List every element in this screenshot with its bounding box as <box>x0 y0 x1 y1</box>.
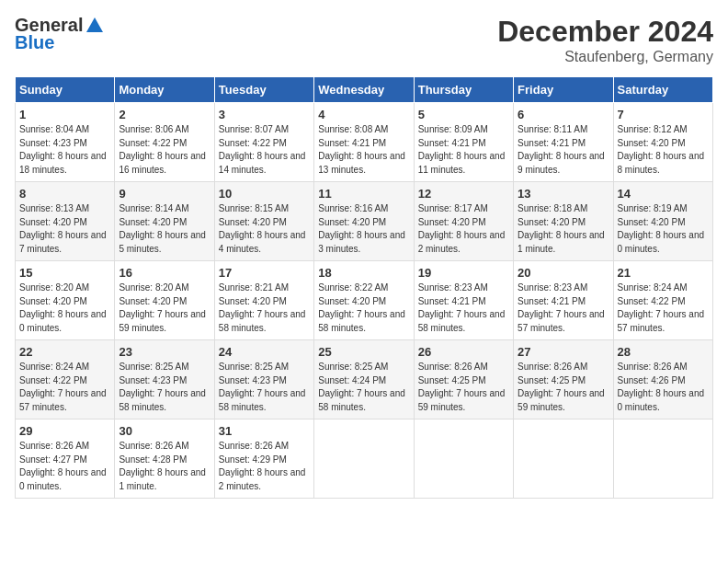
weekday-header: Wednesday <box>314 77 414 103</box>
day-info: Sunrise: 8:07 AMSunset: 4:22 PMDaylight:… <box>219 123 310 177</box>
calendar-cell: 15Sunrise: 8:20 AMSunset: 4:20 PMDayligh… <box>16 261 115 340</box>
calendar-cell: 10Sunrise: 8:15 AMSunset: 4:20 PMDayligh… <box>214 182 313 261</box>
day-number: 30 <box>119 424 210 438</box>
day-number: 20 <box>518 266 609 280</box>
day-number: 17 <box>219 266 310 280</box>
day-info: Sunrise: 8:25 AMSunset: 4:23 PMDaylight:… <box>119 361 210 414</box>
day-number: 7 <box>618 108 709 121</box>
calendar-cell: 27Sunrise: 8:26 AMSunset: 4:25 PMDayligh… <box>514 340 613 419</box>
calendar-cell: 14Sunrise: 8:19 AMSunset: 4:20 PMDayligh… <box>613 182 712 261</box>
day-info: Sunrise: 8:15 AMSunset: 4:20 PMDaylight:… <box>219 202 310 256</box>
day-info: Sunrise: 8:20 AMSunset: 4:20 PMDaylight:… <box>19 282 110 335</box>
calendar-cell: 25Sunrise: 8:25 AMSunset: 4:24 PMDayligh… <box>314 340 414 419</box>
day-number: 19 <box>418 266 509 280</box>
day-info: Sunrise: 8:26 AMSunset: 4:27 PMDaylight:… <box>19 440 110 493</box>
calendar-cell: 24Sunrise: 8:25 AMSunset: 4:23 PMDayligh… <box>214 340 313 419</box>
day-info: Sunrise: 8:21 AMSunset: 4:20 PMDaylight:… <box>219 282 310 335</box>
weekday-header: Thursday <box>414 77 513 103</box>
calendar-week-row: 1Sunrise: 8:04 AMSunset: 4:23 PMDaylight… <box>16 103 713 182</box>
calendar-cell: 18Sunrise: 8:22 AMSunset: 4:20 PMDayligh… <box>314 261 414 340</box>
logo-blue: Blue <box>15 32 54 53</box>
weekday-header: Tuesday <box>214 77 313 103</box>
weekday-header: Saturday <box>613 77 712 103</box>
day-info: Sunrise: 8:04 AMSunset: 4:23 PMDaylight:… <box>19 123 110 177</box>
calendar-cell: 12Sunrise: 8:17 AMSunset: 4:20 PMDayligh… <box>414 182 513 261</box>
calendar-cell: 28Sunrise: 8:26 AMSunset: 4:26 PMDayligh… <box>613 340 712 419</box>
day-info: Sunrise: 8:23 AMSunset: 4:21 PMDaylight:… <box>418 282 509 335</box>
day-info: Sunrise: 8:26 AMSunset: 4:25 PMDaylight:… <box>418 361 509 414</box>
day-info: Sunrise: 8:12 AMSunset: 4:20 PMDaylight:… <box>618 123 709 177</box>
calendar-cell: 1Sunrise: 8:04 AMSunset: 4:23 PMDaylight… <box>16 103 115 182</box>
day-number: 31 <box>219 424 310 438</box>
calendar-cell <box>414 419 513 499</box>
day-number: 21 <box>618 266 709 280</box>
day-number: 3 <box>219 108 310 121</box>
weekday-header: Monday <box>115 77 214 103</box>
calendar-cell: 19Sunrise: 8:23 AMSunset: 4:21 PMDayligh… <box>414 261 513 340</box>
day-number: 10 <box>219 187 310 201</box>
calendar-cell: 26Sunrise: 8:26 AMSunset: 4:25 PMDayligh… <box>414 340 513 419</box>
day-info: Sunrise: 8:13 AMSunset: 4:20 PMDaylight:… <box>19 202 110 256</box>
day-info: Sunrise: 8:20 AMSunset: 4:20 PMDaylight:… <box>119 282 210 335</box>
logo-icon <box>85 16 105 36</box>
day-number: 9 <box>119 187 210 201</box>
day-number: 4 <box>318 108 409 121</box>
title-block: December 2024 Staufenberg, Germany <box>497 15 713 65</box>
day-info: Sunrise: 8:11 AMSunset: 4:21 PMDaylight:… <box>518 123 609 177</box>
day-number: 26 <box>418 345 509 359</box>
day-info: Sunrise: 8:26 AMSunset: 4:29 PMDaylight:… <box>219 440 310 493</box>
day-info: Sunrise: 8:19 AMSunset: 4:20 PMDaylight:… <box>618 202 709 256</box>
day-number: 23 <box>119 345 210 359</box>
calendar-cell: 17Sunrise: 8:21 AMSunset: 4:20 PMDayligh… <box>214 261 313 340</box>
calendar-cell: 6Sunrise: 8:11 AMSunset: 4:21 PMDaylight… <box>514 103 613 182</box>
calendar-cell: 21Sunrise: 8:24 AMSunset: 4:22 PMDayligh… <box>613 261 712 340</box>
day-info: Sunrise: 8:23 AMSunset: 4:21 PMDaylight:… <box>518 282 609 335</box>
day-number: 1 <box>19 108 110 121</box>
calendar-cell: 4Sunrise: 8:08 AMSunset: 4:21 PMDaylight… <box>314 103 414 182</box>
day-number: 27 <box>518 345 609 359</box>
day-number: 25 <box>318 345 409 359</box>
calendar-cell: 20Sunrise: 8:23 AMSunset: 4:21 PMDayligh… <box>514 261 613 340</box>
calendar-cell: 5Sunrise: 8:09 AMSunset: 4:21 PMDaylight… <box>414 103 513 182</box>
weekday-header: Friday <box>514 77 613 103</box>
calendar-week-row: 29Sunrise: 8:26 AMSunset: 4:27 PMDayligh… <box>16 419 713 499</box>
calendar-table: SundayMondayTuesdayWednesdayThursdayFrid… <box>15 76 713 499</box>
location-title: Staufenberg, Germany <box>497 49 713 65</box>
day-number: 16 <box>119 266 210 280</box>
day-number: 28 <box>618 345 709 359</box>
calendar-cell: 30Sunrise: 8:26 AMSunset: 4:28 PMDayligh… <box>115 419 214 499</box>
day-info: Sunrise: 8:14 AMSunset: 4:20 PMDaylight:… <box>119 202 210 256</box>
calendar-cell: 9Sunrise: 8:14 AMSunset: 4:20 PMDaylight… <box>115 182 214 261</box>
calendar-cell: 8Sunrise: 8:13 AMSunset: 4:20 PMDaylight… <box>16 182 115 261</box>
calendar-week-row: 22Sunrise: 8:24 AMSunset: 4:22 PMDayligh… <box>16 340 713 419</box>
day-number: 2 <box>119 108 210 121</box>
calendar-week-row: 15Sunrise: 8:20 AMSunset: 4:20 PMDayligh… <box>16 261 713 340</box>
calendar-cell: 29Sunrise: 8:26 AMSunset: 4:27 PMDayligh… <box>16 419 115 499</box>
day-info: Sunrise: 8:06 AMSunset: 4:22 PMDaylight:… <box>119 123 210 177</box>
weekday-header: Sunday <box>16 77 115 103</box>
day-info: Sunrise: 8:25 AMSunset: 4:24 PMDaylight:… <box>318 361 409 414</box>
day-info: Sunrise: 8:08 AMSunset: 4:21 PMDaylight:… <box>318 123 409 177</box>
calendar-cell: 23Sunrise: 8:25 AMSunset: 4:23 PMDayligh… <box>115 340 214 419</box>
day-number: 8 <box>19 187 110 201</box>
day-info: Sunrise: 8:09 AMSunset: 4:21 PMDaylight:… <box>418 123 509 177</box>
calendar-cell: 22Sunrise: 8:24 AMSunset: 4:22 PMDayligh… <box>16 340 115 419</box>
day-info: Sunrise: 8:26 AMSunset: 4:26 PMDaylight:… <box>618 361 709 414</box>
calendar-cell: 16Sunrise: 8:20 AMSunset: 4:20 PMDayligh… <box>115 261 214 340</box>
calendar-cell: 3Sunrise: 8:07 AMSunset: 4:22 PMDaylight… <box>214 103 313 182</box>
day-number: 22 <box>19 345 110 359</box>
day-info: Sunrise: 8:24 AMSunset: 4:22 PMDaylight:… <box>19 361 110 414</box>
day-number: 29 <box>19 424 110 438</box>
calendar-week-row: 8Sunrise: 8:13 AMSunset: 4:20 PMDaylight… <box>16 182 713 261</box>
calendar-cell <box>514 419 613 499</box>
day-info: Sunrise: 8:17 AMSunset: 4:20 PMDaylight:… <box>418 202 509 256</box>
day-info: Sunrise: 8:24 AMSunset: 4:22 PMDaylight:… <box>618 282 709 335</box>
day-number: 5 <box>418 108 509 121</box>
day-number: 11 <box>318 187 409 201</box>
day-number: 14 <box>618 187 709 201</box>
calendar-cell <box>613 419 712 499</box>
day-number: 6 <box>518 108 609 121</box>
month-title: December 2024 <box>497 15 713 49</box>
day-info: Sunrise: 8:25 AMSunset: 4:23 PMDaylight:… <box>219 361 310 414</box>
calendar-cell <box>314 419 414 499</box>
